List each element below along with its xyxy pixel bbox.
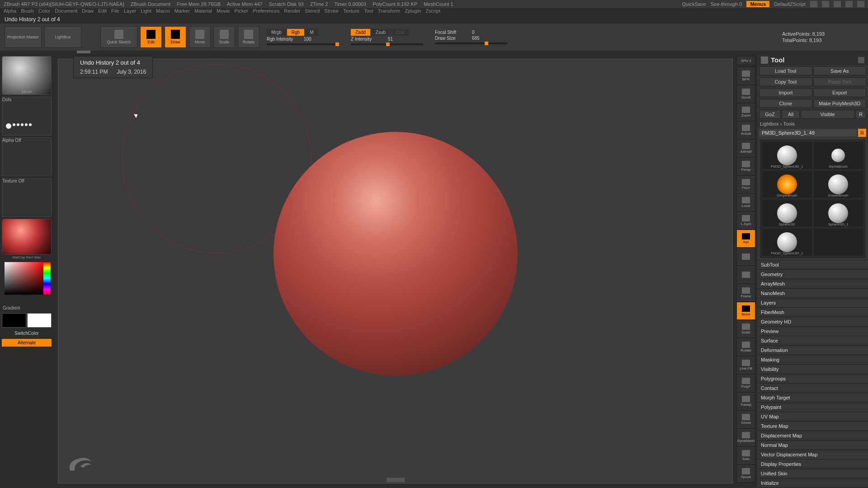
menu-texture[interactable]: Texture xyxy=(343,8,359,14)
close-icon[interactable] xyxy=(857,1,864,7)
tool-item-sphere3d[interactable]: Sphere3D xyxy=(762,200,812,227)
nav-line-fill[interactable]: Line Fill xyxy=(736,356,755,374)
nav-bpr[interactable]: BPR xyxy=(736,67,755,85)
section-surface[interactable]: Surface xyxy=(757,336,868,345)
tool-item-pm3d-sphere3d-1[interactable]: PM3D_Sphere3D_1 xyxy=(762,229,812,256)
menu-movie[interactable]: Movie xyxy=(217,8,230,14)
make-polymesh-button[interactable]: Make PolyMesh3D xyxy=(813,99,867,108)
goz-r-button[interactable]: R xyxy=(855,110,866,119)
section-normal-map[interactable]: Normal Map xyxy=(757,440,868,450)
m-button[interactable]: M xyxy=(305,29,318,36)
brush-thumbnail[interactable]: Move xyxy=(2,56,52,95)
tool-r-button[interactable]: R xyxy=(858,129,866,137)
quicksave-button[interactable]: QuickSave xyxy=(682,1,706,7)
section-nanomesh[interactable]: NanoMesh xyxy=(757,288,868,298)
clone-button[interactable]: Clone xyxy=(759,99,812,108)
stroke-thumbnail[interactable]: Dots xyxy=(2,97,52,136)
section-polygroups[interactable]: Polygroups xyxy=(757,374,868,383)
nav-blank[interactable] xyxy=(736,266,755,284)
sculpt-sphere[interactable] xyxy=(274,132,518,376)
zcut-button[interactable]: Zcut xyxy=(391,29,409,36)
section-geometry[interactable]: Geometry xyxy=(757,269,868,279)
nav-solo[interactable]: Solo xyxy=(736,446,755,465)
nav-xyz[interactable]: Xyz xyxy=(736,230,755,248)
goz-visible-button[interactable]: Visible xyxy=(801,110,854,119)
spix-slider[interactable]: SPix 3 xyxy=(736,56,755,65)
tool-item-eraserbrush[interactable]: EraserBrush xyxy=(814,171,863,198)
section-displacement-map[interactable]: Displacement Map xyxy=(757,431,868,440)
menu-light[interactable]: Light xyxy=(141,8,151,14)
mrgb-button[interactable]: Mrgb xyxy=(267,29,286,36)
rotate-button[interactable]: Rotate xyxy=(238,26,259,48)
section-preview[interactable]: Preview xyxy=(757,326,868,336)
section-deformation[interactable]: Deformation xyxy=(757,345,868,355)
section-unified-skin[interactable]: Unified Skin xyxy=(757,469,868,478)
menu-tool[interactable]: Tool xyxy=(364,8,373,14)
scale-button[interactable]: Scale xyxy=(213,26,235,48)
history-scrubber[interactable] xyxy=(0,51,868,54)
menu-brush[interactable]: Brush xyxy=(21,8,34,14)
move-button[interactable]: Move xyxy=(189,26,211,48)
section-vector-displacement-map[interactable]: Vector Displacement Map xyxy=(757,450,868,459)
menu-zscript[interactable]: Zscript xyxy=(425,8,440,14)
projection-master-button[interactable]: Projection Master xyxy=(5,26,42,48)
goz-button[interactable]: GoZ xyxy=(759,110,781,119)
tool-item-simplebrush[interactable]: SimpleBrush xyxy=(762,171,812,198)
section-arraymesh[interactable]: ArrayMesh xyxy=(757,279,868,288)
nav-transp[interactable]: Transp xyxy=(736,392,755,410)
nav-floor[interactable]: Floor xyxy=(736,175,755,193)
import-button[interactable]: Import xyxy=(759,88,812,97)
draw-size-slider[interactable]: Draw Size685 xyxy=(435,36,512,41)
nav-polyf[interactable]: PolyF xyxy=(736,374,755,392)
menu-stroke[interactable]: Stroke xyxy=(324,8,339,14)
nav-aahalf[interactable]: AAHalf xyxy=(736,139,755,157)
seethrough-slider[interactable]: See-through 0 xyxy=(711,1,742,7)
panel-collapse-icon[interactable] xyxy=(858,57,864,63)
nav-xpose[interactable]: Xpose xyxy=(736,465,755,483)
menu-zplugin[interactable]: Zplugin xyxy=(405,8,421,14)
tool-item-alphabrush[interactable]: AlphaBrush xyxy=(814,142,863,169)
lightbox-button[interactable]: LightBox xyxy=(44,26,81,48)
nav-move[interactable]: Move xyxy=(736,302,755,320)
nav-ghost[interactable]: Ghost xyxy=(736,410,755,428)
texture-thumbnail[interactable]: Texture Off xyxy=(2,178,52,217)
menu-draw[interactable]: Draw xyxy=(82,8,94,14)
switch-color-button[interactable]: SwitchColor xyxy=(2,329,52,337)
export-button[interactable]: Export xyxy=(813,88,867,97)
tool-item-pm3d-sphere3d-1[interactable]: PM3D_Sphere3D_1 xyxy=(762,142,812,169)
menu-file[interactable]: File xyxy=(111,8,119,14)
section-fibermesh[interactable]: FiberMesh xyxy=(757,307,868,317)
nav-scroll[interactable]: Scroll xyxy=(736,85,755,103)
color-picker[interactable] xyxy=(2,261,52,303)
edit-button[interactable]: Edit xyxy=(140,26,162,48)
section-contact[interactable]: Contact xyxy=(757,383,868,393)
section-morph-target[interactable]: Morph Target xyxy=(757,393,868,402)
menus-button[interactable]: Menus xyxy=(746,1,769,7)
section-display-properties[interactable]: Display Properties xyxy=(757,459,868,469)
nav-l-sym[interactable]: L.Sym xyxy=(736,211,755,230)
nav-persp[interactable]: Persp xyxy=(736,157,755,175)
draw-button[interactable]: Draw xyxy=(165,26,186,48)
zadd-button[interactable]: Zadd xyxy=(351,29,370,36)
section-masking[interactable]: Masking xyxy=(757,355,868,364)
menu-document[interactable]: Document xyxy=(55,8,77,14)
alpha-thumbnail[interactable]: Alpha Off xyxy=(2,137,52,176)
menu-preferences[interactable]: Preferences xyxy=(253,8,279,14)
zsub-button[interactable]: Zsub xyxy=(371,29,390,36)
section-visibility[interactable]: Visibility xyxy=(757,364,868,374)
primary-color-swatch[interactable] xyxy=(27,313,52,328)
alternate-button[interactable]: Alternate xyxy=(2,339,52,347)
section-initialize[interactable]: Initialize xyxy=(757,478,868,488)
quick-sketch-button[interactable]: Quick Sketch xyxy=(100,26,137,48)
menu-layer[interactable]: Layer xyxy=(124,8,137,14)
shelf-handle[interactable] xyxy=(387,478,405,482)
menu-edit[interactable]: Edit xyxy=(98,8,107,14)
section-polypaint[interactable]: Polypaint xyxy=(757,402,868,412)
menu-color[interactable]: Color xyxy=(38,8,50,14)
minimize-icon[interactable] xyxy=(834,1,841,7)
load-tool-button[interactable]: Load Tool xyxy=(759,66,812,75)
home-icon[interactable] xyxy=(810,1,817,7)
menu-material[interactable]: Material xyxy=(194,8,212,14)
paste-tool-button[interactable]: Paste Tool xyxy=(813,77,867,86)
lightbox-tools-link[interactable]: Lightbox › Tools xyxy=(757,120,868,128)
